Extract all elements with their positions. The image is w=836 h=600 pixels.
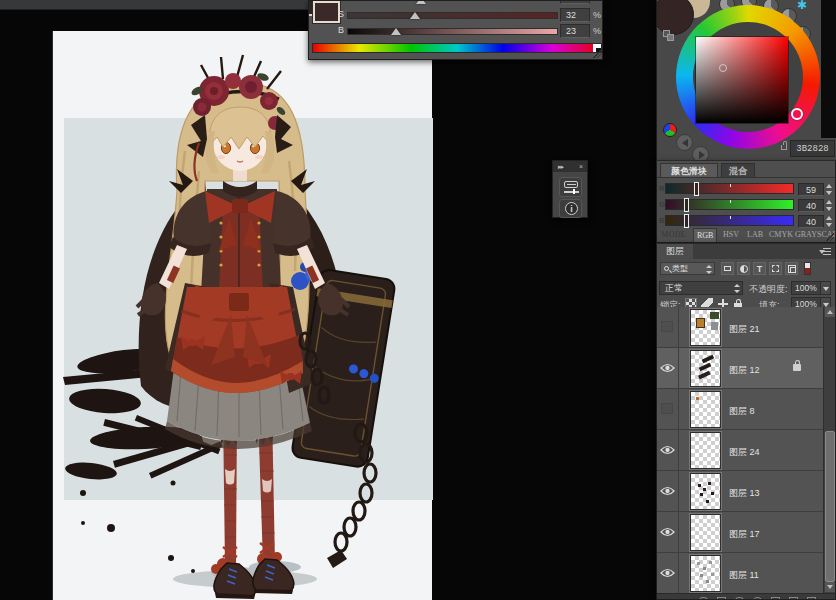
layer-thumbnail[interactable]	[690, 514, 721, 551]
thumb-mark	[696, 397, 699, 400]
eye-icon	[660, 445, 675, 455]
opacity-value: 100%	[795, 282, 817, 295]
saturation-brightness-square[interactable]	[696, 37, 788, 123]
foreground-color-swatch[interactable]	[313, 1, 340, 23]
scroll-up-icon[interactable]	[825, 307, 835, 317]
layer-row[interactable]: 图层 21	[657, 307, 823, 348]
saturation-value-field[interactable]: 32	[560, 8, 590, 22]
hex-value-field[interactable]: 3B2828	[790, 140, 835, 157]
hue-ring-cursor[interactable]	[791, 108, 803, 120]
mode-rgb[interactable]: RGB	[693, 228, 717, 243]
layer-row[interactable]: 图层 17	[657, 512, 823, 553]
foreground-color-circle[interactable]	[656, 0, 694, 35]
layer-thumbnail[interactable]	[690, 350, 721, 387]
prev-color-button[interactable]	[676, 134, 693, 151]
filter-adjustment-layers-button[interactable]	[737, 262, 750, 275]
red-slider-thumb[interactable]	[694, 182, 699, 196]
brightness-label: B	[337, 25, 345, 35]
color-spectrum-ramp[interactable]	[312, 43, 602, 53]
blue-slider[interactable]	[665, 215, 794, 226]
saturation-slider[interactable]	[347, 12, 558, 19]
layer-name: 图层 12	[729, 364, 760, 377]
hex-lock-icon[interactable]	[781, 145, 787, 150]
layer-thumbnail[interactable]	[690, 432, 721, 469]
rgb-wheel-icon[interactable]	[663, 123, 677, 137]
mini-panel-titlebar[interactable]: ▸▸ ×	[553, 161, 587, 172]
blue-value-field[interactable]: 40	[798, 215, 824, 228]
hue-value-field[interactable]	[560, 0, 590, 4]
filter-type-dropdown[interactable]: 类型	[660, 262, 715, 275]
green-spinner[interactable]	[826, 199, 833, 212]
green-value-field[interactable]: 40	[798, 199, 824, 212]
visibility-toggle[interactable]	[657, 307, 679, 348]
eye-icon	[660, 363, 675, 373]
layers-scrollbar[interactable]	[823, 307, 835, 593]
brightness-slider-thumb[interactable]	[391, 28, 401, 35]
hue-slider-thumb[interactable]	[416, 0, 426, 4]
blend-mode-dropdown[interactable]: 正常	[659, 281, 743, 295]
blue-spinner[interactable]	[826, 215, 833, 228]
scrollbar-thumb[interactable]	[825, 431, 835, 582]
brightness-value-field[interactable]: 23	[560, 24, 590, 38]
visibility-toggle[interactable]	[657, 389, 679, 430]
green-slider[interactable]	[665, 199, 794, 210]
next-color-button[interactable]	[692, 146, 709, 160]
search-icon	[664, 266, 669, 271]
red-value-field[interactable]: 59	[798, 183, 824, 196]
hsb-slider-panel: S 32 % B 23 %	[308, 0, 603, 60]
layer-name: 图层 24	[729, 446, 760, 459]
saturation-unit: %	[593, 10, 601, 20]
filter-type-label: 类型	[672, 263, 688, 275]
layer-thumbnail[interactable]	[690, 391, 721, 428]
panel-resize-grip[interactable]	[593, 50, 601, 58]
green-slider-thumb[interactable]	[684, 198, 689, 212]
canvas-document[interactable]	[52, 31, 432, 600]
brightness-unit: %	[593, 26, 601, 36]
tab-color-sliders[interactable]: 颜色滑块	[660, 163, 718, 177]
red-spinner[interactable]	[826, 183, 833, 196]
layer-thumbnail[interactable]	[690, 309, 721, 346]
visibility-toggle[interactable]	[657, 348, 679, 389]
layer-thumbnail[interactable]	[690, 473, 721, 510]
visibility-toggle[interactable]	[657, 512, 679, 553]
mode-hsv[interactable]: HSV	[723, 228, 739, 242]
scroll-down-icon[interactable]	[825, 582, 835, 592]
layer-row[interactable]: 图层 13	[657, 471, 823, 512]
visibility-toggle[interactable]	[657, 430, 679, 471]
visibility-toggle[interactable]	[657, 471, 679, 512]
layer-row[interactable]: 图层 8	[657, 389, 823, 430]
panel-menu-icon[interactable]	[819, 248, 831, 256]
close-icon[interactable]: ×	[579, 161, 583, 172]
red-slider[interactable]	[665, 183, 794, 194]
opacity-dropdown[interactable]: 100%	[791, 281, 831, 295]
visibility-toggle[interactable]	[657, 553, 679, 594]
filter-shape-layers-button[interactable]	[769, 262, 782, 275]
layer-filter-row: 类型 T	[657, 260, 835, 278]
filter-toggle-switch[interactable]	[804, 262, 811, 275]
filter-type-layers-button[interactable]: T	[753, 262, 766, 275]
eye-icon	[660, 527, 675, 537]
expand-panel-icon[interactable]: ▸▸	[558, 161, 563, 172]
sv-cursor[interactable]	[719, 64, 727, 72]
layer-row[interactable]: 图层 12	[657, 348, 823, 389]
brush-settings-button[interactable]	[559, 177, 582, 197]
panel-resize-grip[interactable]	[826, 233, 834, 241]
blend-mode-value: 正常	[665, 283, 683, 293]
layer-row[interactable]: 图层 11	[657, 553, 823, 594]
tab-mix[interactable]: 混合	[721, 163, 755, 177]
layers-tabbar: 图层	[657, 244, 835, 259]
tab-layers[interactable]: 图层	[657, 244, 693, 259]
layer-row[interactable]: 图层 24	[657, 430, 823, 471]
mode-cmyk[interactable]: CMYK	[769, 228, 793, 242]
filter-pixel-layers-button[interactable]	[721, 262, 734, 275]
blue-slider-thumb[interactable]	[684, 214, 689, 228]
filter-smart-objects-button[interactable]	[785, 262, 798, 275]
info-panel-button[interactable]: i	[559, 199, 582, 218]
layer-lock-icon	[793, 364, 801, 371]
brightness-slider[interactable]	[347, 28, 558, 35]
saturation-slider-thumb[interactable]	[410, 12, 420, 19]
layer-thumbnail[interactable]	[690, 555, 721, 592]
dropdown-spinner-icon	[734, 284, 740, 293]
slider-icon	[564, 191, 579, 193]
mode-lab[interactable]: LAB	[747, 228, 763, 242]
